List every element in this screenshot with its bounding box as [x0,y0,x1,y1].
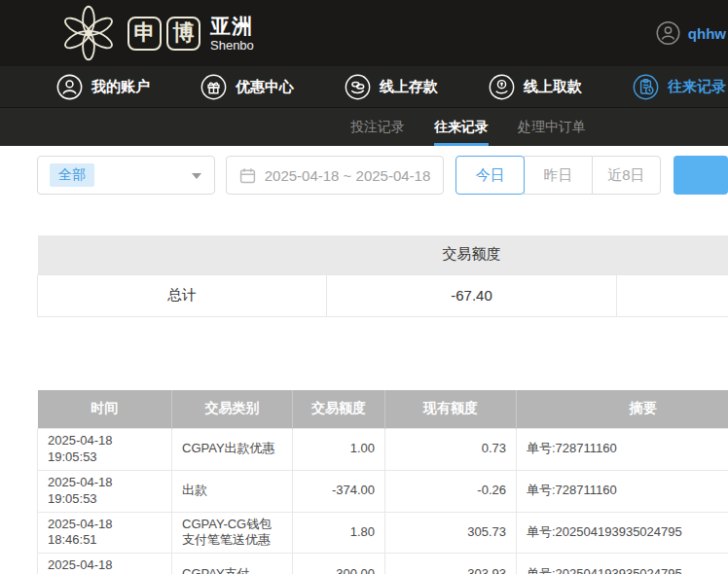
table-cell: 1.00 [293,429,385,471]
date-range-input[interactable]: 2025-04-18 ~ 2025-04-18 [226,156,445,195]
nav-label: 线上取款 [524,78,582,96]
col-header-balance: 现有额度 [385,390,517,429]
table-cell: 303.93 [385,554,517,574]
table-cell: 2025-04-18 19:05:53 [38,470,172,512]
filter-row: 全部 2025-04-18 ~ 2025-04-18 今日 昨日 近8日 [37,156,728,195]
col-header-amount: 交易额度 [293,390,385,429]
table-cell: CGPAY支付 [172,554,293,574]
table-row: 2025-04-18 19:05:53出款-374.00-0.26单号:7287… [38,470,728,512]
table-cell: 2025-04-18 18:46:51 [38,554,172,574]
table-cell: 单号:202504193935024795 [517,512,728,554]
withdraw-icon [489,74,515,100]
records-table: 时间 交易类别 交易额度 现有额度 摘要 2025-04-18 19:05:53… [37,390,728,574]
col-header-summary: 摘要 [517,390,728,429]
table-cell: -0.26 [385,470,517,512]
table-cell: CGPAY-CG钱包支付笔笔送优惠 [172,512,293,554]
today-button[interactable]: 今日 [455,156,525,195]
table-cell: 305.73 [385,512,517,554]
col-header-time: 时间 [38,390,172,429]
main-nav: 我的账户 优惠中心 线上存款 线上取款 [0,66,728,107]
category-selected-value: 全部 [50,163,94,187]
lotus-flower-icon [56,4,121,62]
calendar-icon [239,167,256,184]
search-button[interactable] [673,156,728,195]
table-cell: 2025-04-18 19:05:53 [38,429,172,471]
table-cell: 0.73 [385,429,517,471]
yesterday-button[interactable]: 昨日 [524,156,593,195]
summary-table: 交易额度 总计 -67.40 [37,235,728,317]
logo-latin: Shenbo [210,39,254,52]
nav-item-my-account[interactable]: 我的账户 [56,74,150,100]
summary-total-label: 总计 [38,274,327,316]
summary-total-row: 总计 -67.40 [38,274,728,316]
summary-header: 交易额度 [38,235,728,274]
summary-empty-cell [617,274,728,316]
date-range-value: 2025-04-18 ~ 2025-04-18 [265,167,431,184]
table-row: 2025-04-18 19:05:53CGPAY出款优惠1.000.73单号:7… [38,429,728,471]
tab-betting-records[interactable]: 投注记录 [350,108,405,146]
nav-item-transaction-records[interactable]: 往来记录 [633,74,726,100]
gift-icon [200,74,227,100]
table-cell: 单号:202504193935024795 [517,554,728,574]
col-header-type: 交易类别 [172,390,293,429]
logo-text: 亚洲 Shenbo [210,16,254,52]
table-cell: 2025-04-18 18:46:51 [38,512,172,554]
logo-region: 亚洲 [210,16,254,36]
sub-nav: 投注记录 往来记录 处理中订单 [0,107,728,146]
table-cell: CGPAY出款优惠 [172,429,293,471]
account-icon [56,74,83,100]
tab-transaction-records[interactable]: 往来记录 [434,108,489,146]
nav-label: 我的账户 [91,78,150,96]
chevron-down-icon [192,173,201,179]
table-cell: 300.00 [293,554,385,574]
user-account[interactable]: qhhw [656,21,726,46]
deposit-icon [345,74,371,100]
summary-total-amount: -67.40 [327,274,617,316]
records-header-row: 时间 交易类别 交易额度 现有额度 摘要 [38,390,728,429]
nav-label: 往来记录 [668,78,726,96]
tab-processing-orders[interactable]: 处理中订单 [518,108,586,146]
nav-item-online-deposit[interactable]: 线上存款 [345,74,438,100]
logo-char-box: 申 [127,17,162,51]
nav-item-promotions[interactable]: 优惠中心 [200,74,294,100]
last-8-days-button[interactable]: 近8日 [592,156,661,195]
table-cell: 单号:728711160 [517,470,728,512]
records-icon [633,74,659,100]
table-cell: 单号:728711160 [517,429,728,471]
summary-header-row: 交易额度 [38,235,728,274]
nav-label: 优惠中心 [236,78,294,96]
table-cell: 出款 [172,470,293,512]
table-cell: -374.00 [293,470,385,512]
brand-logo[interactable]: 申 博 亚洲 Shenbo [56,4,254,62]
table-row: 2025-04-18 18:46:51CGPAY支付300.00303.93单号… [38,554,728,574]
user-avatar-icon [656,21,680,46]
table-cell: 1.80 [293,512,385,554]
table-row: 2025-04-18 18:46:51CGPAY-CG钱包支付笔笔送优惠1.80… [38,512,728,554]
logo-char-box: 博 [166,17,200,51]
category-select[interactable]: 全部 [37,156,215,195]
nav-item-online-withdrawal[interactable]: 线上取款 [489,74,582,100]
nav-label: 线上存款 [380,78,438,96]
site-header: 申 博 亚洲 Shenbo qhhw [0,0,728,66]
username[interactable]: qhhw [688,25,726,42]
